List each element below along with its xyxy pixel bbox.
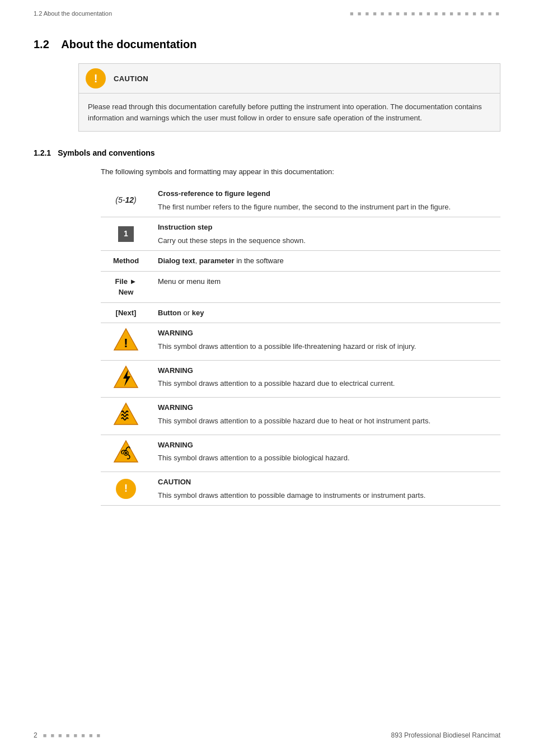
row-title: Button or key (158, 309, 204, 317)
step-number-box: 1 (118, 226, 134, 242)
symbol-cell: Method (101, 251, 151, 272)
row-title: CAUTION (158, 477, 494, 488)
page-number: 2 (34, 731, 38, 739)
row-title: WARNING (158, 440, 494, 451)
symbol-cell: [Next] (101, 302, 151, 323)
caution-circle-icon: ! (116, 479, 136, 499)
table-row: ! WARNING This symbol draws attention to… (101, 323, 500, 361)
description-cell: WARNING This symbol draws attention to a… (151, 435, 500, 472)
description-cell: WARNING This symbol draws attention to a… (151, 323, 500, 361)
symbol-cell (101, 398, 151, 435)
svg-point-7 (125, 452, 127, 454)
subsection-intro: The following symbols and formatting may… (101, 167, 500, 176)
row-desc: This symbol draws attention to a possibl… (158, 452, 494, 464)
subsection-heading-container: 1.2.1 Symbols and conventions (34, 148, 500, 163)
symbol-cell: ! (101, 323, 151, 361)
table-row: ! CAUTION This symbol draws attention to… (101, 472, 500, 506)
symbol-cell: ! (101, 472, 151, 506)
main-content: 1.2 About the documentation ! CAUTION Pl… (0, 21, 534, 539)
section-heading-container: 1.2 About the documentation (34, 38, 500, 51)
row-title: WARNING (158, 328, 494, 339)
symbol-cell: (5-12) (101, 184, 151, 217)
subsection-title: Symbols and conventions (58, 148, 154, 157)
row-title: Menu or menu item (158, 277, 221, 286)
row-title: Cross-reference to figure legend (158, 188, 494, 199)
page-header: 1.2 About the documentation ■ ■ ■ ■ ■ ■ … (0, 0, 534, 21)
row-desc: This symbol draws attention to a possibl… (158, 341, 494, 352)
footer-left: 2 ■ ■ ■ ■ ■ ■ ■ ■ (34, 731, 101, 739)
caution-heading: CAUTION (114, 74, 148, 83)
row-title: Dialog text, parameter in the software (158, 256, 284, 265)
svg-text:!: ! (124, 336, 128, 350)
warn-electrical-icon (113, 365, 139, 390)
symbols-table: (5-12) Cross-reference to figure legend … (101, 184, 500, 506)
section-heading: 1.2 About the documentation (34, 38, 197, 50)
table-row: (5-12) Cross-reference to figure legend … (101, 184, 500, 217)
row-title: WARNING (158, 365, 494, 376)
warn-general-icon: ! (113, 328, 139, 352)
caution-body: Please read through this documentation c… (79, 94, 500, 131)
method-label: Method (113, 256, 139, 265)
svg-marker-4 (114, 403, 138, 424)
table-row: WARNING This symbol draws attention to a… (101, 435, 500, 472)
row-title: WARNING (158, 402, 494, 413)
description-cell: Instruction step Carry out these steps i… (151, 217, 500, 251)
next-label: [Next] (116, 309, 137, 317)
file-new-label: File ► New (115, 277, 137, 297)
page-footer: 2 ■ ■ ■ ■ ■ ■ ■ ■ 893 Professional Biodi… (0, 731, 534, 739)
description-cell: WARNING This symbol draws attention to a… (151, 398, 500, 435)
symbols-table-container: (5-12) Cross-reference to figure legend … (101, 184, 500, 506)
caution-box: ! CAUTION Please read through this docum… (78, 63, 500, 132)
table-row: Method Dialog text, parameter in the sof… (101, 251, 500, 272)
symbol-cell: 1 (101, 217, 151, 251)
product-name: 893 Professional Biodiesel Rancimat (391, 731, 500, 739)
row-desc: The first number refers to the figure nu… (158, 202, 494, 213)
breadcrumb: 1.2 About the documentation (34, 10, 112, 17)
description-cell: Dialog text, parameter in the software (151, 251, 500, 272)
row-desc: Carry out these steps in the sequence sh… (158, 235, 494, 246)
table-row: File ► New Menu or menu item (101, 271, 500, 302)
table-row: 1 Instruction step Carry out these steps… (101, 217, 500, 251)
footer-dots: ■ ■ ■ ■ ■ ■ ■ ■ (43, 732, 102, 739)
row-desc: This symbol draws attention to possible … (158, 490, 494, 501)
subsection-number: 1.2.1 (34, 148, 51, 157)
symbol-cell: File ► New (101, 271, 151, 302)
warn-bio-icon (113, 440, 139, 464)
description-cell: CAUTION This symbol draws attention to p… (151, 472, 500, 506)
header-decoration: ■ ■ ■ ■ ■ ■ ■ ■ ■ ■ ■ ■ ■ ■ ■ ■ ■ ■ ■ ■ (350, 10, 500, 17)
caution-header: ! CAUTION (79, 64, 500, 94)
row-title: Instruction step (158, 222, 494, 233)
description-cell: Button or key (151, 302, 500, 323)
table-row: WARNING This symbol draws attention to a… (101, 398, 500, 435)
description-cell: Cross-reference to figure legend The fir… (151, 184, 500, 217)
caution-icon: ! (86, 68, 106, 88)
row-desc: This symbol draws attention to a possibl… (158, 378, 494, 389)
table-row: WARNING This symbol draws attention to a… (101, 360, 500, 398)
description-cell: WARNING This symbol draws attention to a… (151, 360, 500, 398)
svg-marker-5 (114, 441, 138, 462)
row-desc: This symbol draws attention to a possibl… (158, 416, 494, 427)
description-cell: Menu or menu item (151, 271, 500, 302)
symbol-cell (101, 360, 151, 398)
symbol-cell (101, 435, 151, 472)
table-row: [Next] Button or key (101, 302, 500, 323)
warn-heat-icon (113, 402, 139, 427)
